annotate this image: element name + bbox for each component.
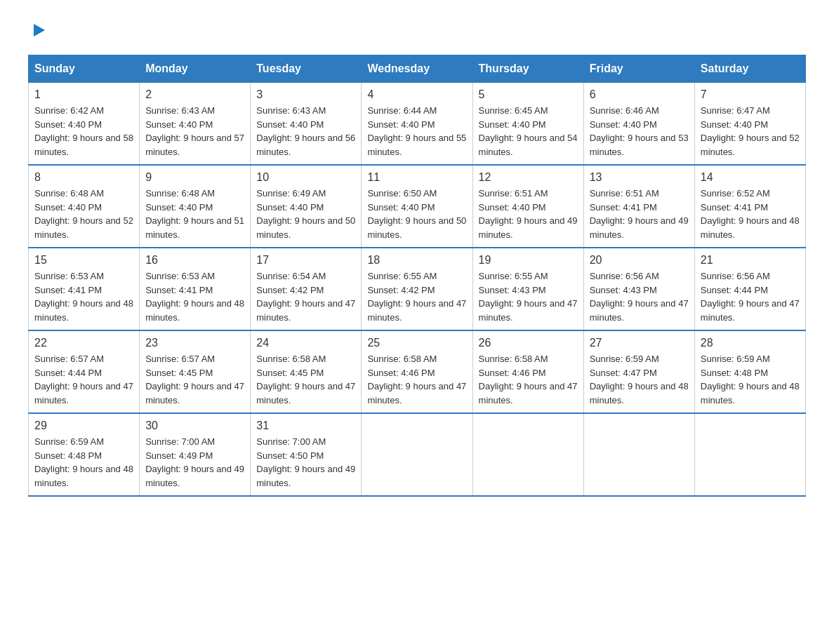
day-info: Sunrise: 7:00 AM Sunset: 4:49 PM Dayligh… <box>145 435 244 490</box>
daylight-label: Daylight: 9 hours and 47 minutes. <box>590 298 689 323</box>
day-info: Sunrise: 6:58 AM Sunset: 4:45 PM Dayligh… <box>256 352 355 407</box>
calendar-cell: 28 Sunrise: 6:59 AM Sunset: 4:48 PM Dayl… <box>694 330 805 413</box>
day-info: Sunrise: 6:58 AM Sunset: 4:46 PM Dayligh… <box>479 352 578 407</box>
calendar-cell: 26 Sunrise: 6:58 AM Sunset: 4:46 PM Dayl… <box>472 330 583 413</box>
sunset-label: Sunset: <box>701 119 734 130</box>
sunset-value: 4:40 PM <box>68 119 102 130</box>
sunrise-label: Sunrise: <box>590 271 626 281</box>
calendar-cell: 3 Sunrise: 6:43 AM Sunset: 4:40 PM Dayli… <box>251 83 362 166</box>
daylight-label: Daylight: 9 hours and 47 minutes. <box>479 298 578 323</box>
day-number: 7 <box>701 88 800 101</box>
day-info: Sunrise: 6:50 AM Sunset: 4:40 PM Dayligh… <box>367 187 466 241</box>
calendar-cell: 8 Sunrise: 6:48 AM Sunset: 4:40 PM Dayli… <box>29 165 140 248</box>
calendar-cell: 9 Sunrise: 6:48 AM Sunset: 4:40 PM Dayli… <box>140 165 251 248</box>
sunset-value: 4:43 PM <box>512 285 545 295</box>
day-number: 24 <box>256 337 355 349</box>
calendar-week-row: 22 Sunrise: 6:57 AM Sunset: 4:44 PM Dayl… <box>29 330 806 413</box>
day-info: Sunrise: 7:00 AM Sunset: 4:50 PM Dayligh… <box>256 435 355 490</box>
calendar-cell: 17 Sunrise: 6:54 AM Sunset: 4:42 PM Dayl… <box>251 248 362 330</box>
day-info: Sunrise: 6:46 AM Sunset: 4:40 PM Dayligh… <box>590 104 689 159</box>
sunrise-value: 6:51 AM <box>626 188 659 199</box>
daylight-label: Daylight: 9 hours and 48 minutes. <box>145 298 244 323</box>
sunset-value: 4:40 PM <box>734 119 768 130</box>
sunrise-label: Sunrise: <box>34 354 70 364</box>
daylight-label: Daylight: 9 hours and 48 minutes. <box>590 381 689 405</box>
day-number: 8 <box>34 171 133 184</box>
day-number: 19 <box>479 254 578 267</box>
weekday-header-saturday: Saturday <box>694 55 805 83</box>
day-number: 3 <box>256 88 355 101</box>
calendar-cell: 24 Sunrise: 6:58 AM Sunset: 4:45 PM Dayl… <box>251 330 362 413</box>
calendar-week-row: 8 Sunrise: 6:48 AM Sunset: 4:40 PM Dayli… <box>29 165 806 248</box>
daylight-label: Daylight: 9 hours and 47 minutes. <box>367 298 466 323</box>
day-info: Sunrise: 6:53 AM Sunset: 4:41 PM Dayligh… <box>145 269 244 324</box>
sunrise-label: Sunrise: <box>145 105 181 116</box>
calendar-cell: 25 Sunrise: 6:58 AM Sunset: 4:46 PM Dayl… <box>362 330 472 413</box>
sunset-value: 4:44 PM <box>68 368 102 378</box>
sunset-value: 4:42 PM <box>290 285 324 295</box>
calendar-cell <box>362 413 472 496</box>
day-number: 28 <box>701 337 800 349</box>
daylight-label: Daylight: 9 hours and 47 minutes. <box>367 381 466 405</box>
sunset-label: Sunset: <box>479 285 512 295</box>
sunrise-label: Sunrise: <box>256 354 292 364</box>
day-number: 30 <box>145 420 244 432</box>
sunrise-label: Sunrise: <box>367 271 403 281</box>
day-number: 31 <box>256 420 355 432</box>
calendar-cell: 12 Sunrise: 6:51 AM Sunset: 4:40 PM Dayl… <box>472 165 583 248</box>
sunrise-value: 6:49 AM <box>293 188 326 199</box>
calendar-header-row: SundayMondayTuesdayWednesdayThursdayFrid… <box>29 55 806 83</box>
day-info: Sunrise: 6:43 AM Sunset: 4:40 PM Dayligh… <box>256 104 355 159</box>
daylight-label: Daylight: 9 hours and 49 minutes. <box>145 464 244 488</box>
calendar-cell: 10 Sunrise: 6:49 AM Sunset: 4:40 PM Dayl… <box>251 165 362 248</box>
daylight-label: Daylight: 9 hours and 47 minutes. <box>145 381 244 405</box>
sunset-label: Sunset: <box>145 202 179 213</box>
calendar-cell: 7 Sunrise: 6:47 AM Sunset: 4:40 PM Dayli… <box>694 83 805 166</box>
sunrise-value: 7:00 AM <box>181 436 215 447</box>
sunrise-value: 6:53 AM <box>70 271 104 281</box>
sunrise-label: Sunrise: <box>701 105 736 116</box>
weekday-header-sunday: Sunday <box>29 55 140 83</box>
calendar-cell: 16 Sunrise: 6:53 AM Sunset: 4:41 PM Dayl… <box>140 248 251 330</box>
daylight-label: Daylight: 9 hours and 49 minutes. <box>479 215 578 240</box>
day-number: 5 <box>479 88 578 101</box>
day-number: 2 <box>145 88 244 101</box>
daylight-label: Daylight: 9 hours and 52 minutes. <box>34 215 133 240</box>
sunrise-value: 6:55 AM <box>515 271 548 281</box>
daylight-label: Daylight: 9 hours and 58 minutes. <box>34 133 133 157</box>
sunset-value: 4:40 PM <box>512 119 545 130</box>
sunrise-label: Sunrise: <box>479 188 515 199</box>
sunset-value: 4:40 PM <box>68 202 102 213</box>
calendar-cell: 29 Sunrise: 6:59 AM Sunset: 4:48 PM Dayl… <box>29 413 140 496</box>
sunset-label: Sunset: <box>256 119 290 130</box>
sunset-value: 4:46 PM <box>512 368 545 378</box>
sunset-label: Sunset: <box>701 285 734 295</box>
calendar-cell: 6 Sunrise: 6:46 AM Sunset: 4:40 PM Dayli… <box>583 83 694 166</box>
sunrise-label: Sunrise: <box>145 354 181 364</box>
daylight-label: Daylight: 9 hours and 48 minutes. <box>34 298 133 323</box>
sunrise-label: Sunrise: <box>145 271 181 281</box>
sunset-label: Sunset: <box>701 368 734 378</box>
sunrise-value: 6:50 AM <box>404 188 437 199</box>
day-number: 21 <box>701 254 800 267</box>
day-info: Sunrise: 6:51 AM Sunset: 4:40 PM Dayligh… <box>479 187 578 241</box>
sunset-value: 4:47 PM <box>623 368 656 378</box>
day-number: 16 <box>145 254 244 267</box>
sunset-label: Sunset: <box>479 119 512 130</box>
calendar-cell: 23 Sunrise: 6:57 AM Sunset: 4:45 PM Dayl… <box>140 330 251 413</box>
sunrise-value: 6:59 AM <box>70 436 104 447</box>
day-info: Sunrise: 6:45 AM Sunset: 4:40 PM Dayligh… <box>479 104 578 159</box>
sunset-label: Sunset: <box>367 285 401 295</box>
day-info: Sunrise: 6:57 AM Sunset: 4:45 PM Dayligh… <box>145 352 244 407</box>
day-info: Sunrise: 6:42 AM Sunset: 4:40 PM Dayligh… <box>34 104 133 159</box>
day-number: 1 <box>34 88 133 101</box>
day-number: 25 <box>367 337 466 349</box>
sunset-label: Sunset: <box>34 285 68 295</box>
calendar-cell: 27 Sunrise: 6:59 AM Sunset: 4:47 PM Dayl… <box>583 330 694 413</box>
calendar-cell: 13 Sunrise: 6:51 AM Sunset: 4:41 PM Dayl… <box>583 165 694 248</box>
sunrise-label: Sunrise: <box>367 354 403 364</box>
sunrise-value: 6:58 AM <box>404 354 437 364</box>
sunset-label: Sunset: <box>479 368 512 378</box>
sunset-label: Sunset: <box>145 119 179 130</box>
sunrise-label: Sunrise: <box>701 188 736 199</box>
